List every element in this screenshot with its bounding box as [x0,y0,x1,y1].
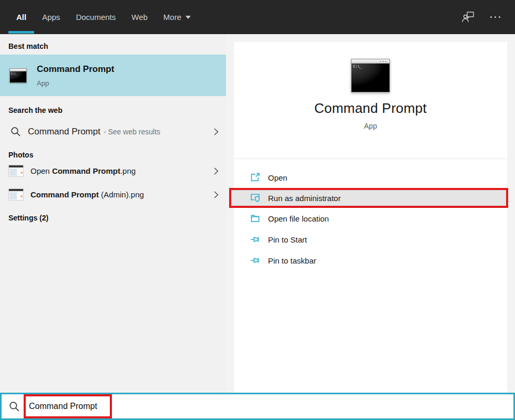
preview-card: C:\_ Command Prompt App Open Run a [234,42,507,393]
preview-title: Command Prompt [314,100,427,117]
tab-apps[interactable]: Apps [34,0,68,34]
cmd-window-text: C:\_ [11,72,17,75]
search-web-header: Search the web [8,106,226,114]
preview-panel: C:\_ Command Prompt App Open Run a [226,34,515,393]
settings-header: Settings (2) [8,214,226,222]
photo-result-open-command-prompt[interactable]: Open Command Prompt.png [0,159,226,183]
tab-documents-label: Documents [76,13,116,22]
feedback-icon[interactable] [462,11,475,23]
run-as-admin-icon [250,193,260,203]
preview-subtitle: App [364,122,377,130]
tab-documents[interactable]: Documents [68,0,123,34]
tab-all[interactable]: All [8,0,34,34]
pin-icon [250,235,260,244]
action-open-file-location-label: Open file location [268,214,329,223]
context-actions: Open Run as administrator Open file loca… [234,159,507,271]
best-match-result-command-prompt[interactable]: C:\_ Command Prompt App [0,55,226,96]
search-icon [9,401,20,412]
tab-web[interactable]: Web [123,0,156,34]
chevron-right-icon[interactable] [214,191,219,199]
tab-web-label: Web [131,13,148,22]
tab-more[interactable]: More [156,0,199,34]
search-input[interactable] [26,402,106,411]
action-pin-to-start-label: Pin to Start [268,235,307,244]
cmd-window-text: C:\_ [353,65,362,69]
chevron-right-icon[interactable] [214,167,219,175]
web-search-suffix: - See web results [104,128,160,136]
action-open-file-location[interactable]: Open file location [234,208,507,229]
tab-apps-label: Apps [42,13,60,22]
taskbar-search-box[interactable] [0,393,515,420]
action-open-label: Open [268,173,287,182]
open-icon [250,173,260,182]
action-run-as-administrator-label: Run as administrator [268,194,341,203]
action-run-as-administrator[interactable]: Run as administrator [229,188,508,208]
web-search-result[interactable]: Command Prompt - See web results [0,120,226,143]
chevron-down-icon [186,16,191,19]
photo-thumbnail [8,188,24,201]
best-match-type: App [37,79,114,87]
photos-header: Photos [8,151,226,159]
search-results-panel: Best match C:\_ Command Prompt App Searc… [0,34,226,393]
action-pin-to-start[interactable]: Pin to Start [234,229,507,250]
ellipsis-icon[interactable] [490,16,500,18]
search-icon [11,127,21,137]
best-match-title: Command Prompt [37,64,114,75]
web-search-query: Command Prompt [28,127,100,137]
folder-icon [250,214,260,223]
photo-label: Open Command Prompt.png [30,166,136,175]
search-query-callout-box [24,394,112,418]
chevron-right-icon[interactable] [214,128,219,136]
action-pin-to-taskbar[interactable]: Pin to taskbar [234,250,507,271]
search-filter-bar: All Apps Documents Web More [0,0,515,34]
photo-result-command-prompt-admin[interactable]: Command Prompt (Admin).png [0,183,226,206]
command-prompt-icon-large: C:\_ [351,59,390,92]
photo-label: Command Prompt (Admin).png [30,190,144,199]
command-prompt-icon: C:\_ [9,68,27,83]
tab-more-label: More [163,13,181,22]
photo-thumbnail [8,165,24,177]
best-match-header: Best match [8,34,226,50]
action-open[interactable]: Open [234,167,507,188]
filter-tabs: All Apps Documents Web More [8,0,199,34]
action-pin-to-taskbar-label: Pin to taskbar [268,256,316,265]
tab-all-label: All [16,13,26,22]
pin-icon [250,256,260,265]
